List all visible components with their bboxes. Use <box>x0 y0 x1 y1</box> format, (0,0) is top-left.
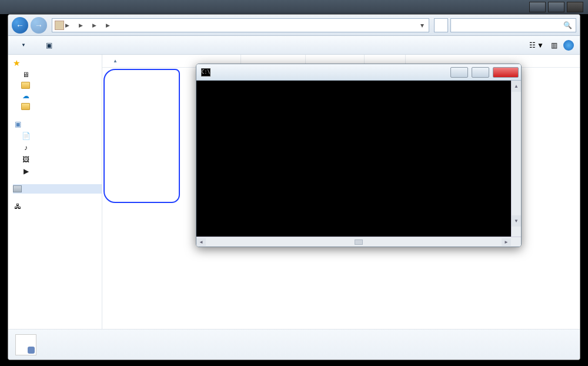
document-icon: 📄 <box>21 131 31 141</box>
file-thumbnail-icon <box>15 334 36 355</box>
address-bar[interactable]: ▶ ▶ ▶ ▶ ▾ <box>52 18 429 32</box>
nav-item-computer[interactable] <box>13 184 102 194</box>
search-icon: 🔍 <box>563 21 572 29</box>
music-icon: ♪ <box>21 143 31 152</box>
outer-close-button[interactable] <box>567 2 583 12</box>
address-dropdown-icon[interactable]: ▾ <box>418 21 426 29</box>
cmd-icon: C:\ <box>201 68 211 76</box>
folder-root-icon <box>55 21 64 30</box>
breadcrumb-computer[interactable] <box>71 25 78 26</box>
nav-forward-button[interactable]: → <box>31 17 47 34</box>
crumb-sep-icon: ▶ <box>92 22 96 28</box>
cmd-minimize-button[interactable] <box>450 67 468 78</box>
breadcrumb-drive[interactable] <box>84 25 91 26</box>
nav-item-videos[interactable]: ▶ <box>13 165 102 177</box>
crumb-sep-icon: ▶ <box>79 22 83 28</box>
organize-menu[interactable]: ▼ <box>14 41 31 49</box>
open-with-button[interactable]: ▣ <box>40 39 61 51</box>
outer-titlebar <box>0 0 588 14</box>
desktop-icon: 🖥 <box>21 70 31 79</box>
command-toolbar: ▼ ▣ ☷▼ ▥ <box>8 36 580 55</box>
cmd-horizontal-scrollbar[interactable] <box>196 237 521 247</box>
nav-item-desktop[interactable]: 🖥 <box>13 69 102 81</box>
outer-minimize-button[interactable] <box>529 2 546 12</box>
pictures-icon: 🖼 <box>21 155 31 164</box>
scrollbar-thumb[interactable] <box>355 239 363 245</box>
preview-pane-button[interactable]: ▥ <box>550 40 559 51</box>
cmd-close-button[interactable] <box>493 67 519 78</box>
nav-item-documents[interactable]: 📄 <box>13 130 102 142</box>
nav-item-network[interactable]: 🖧 <box>13 201 102 212</box>
view-options-button[interactable]: ☷▼ <box>528 40 545 51</box>
cmd-titlebar[interactable]: C:\ <box>196 64 521 81</box>
help-button[interactable] <box>563 40 574 51</box>
nav-item-recent[interactable] <box>13 102 102 111</box>
videos-icon: ▶ <box>21 167 31 176</box>
preview-pane-icon: ▥ <box>551 41 557 49</box>
nav-item-downloads[interactable] <box>13 81 102 90</box>
network-icon: 🖧 <box>13 202 22 211</box>
nav-back-button[interactable]: ← <box>12 17 28 34</box>
cmd-window[interactable]: C:\ <box>196 64 522 247</box>
folder-icon <box>21 103 30 110</box>
computer-icon <box>13 185 22 192</box>
star-icon: ★ <box>13 58 21 68</box>
folder-icon <box>21 82 30 89</box>
desktop-frame: ← → ▶ ▶ ▶ ▶ ▾ 🔍 ▼ ▣ <box>0 0 588 366</box>
outer-maximize-button[interactable] <box>548 2 564 12</box>
navigation-pane: ★ 🖥 ☁ ▣ 📄 ♪ 🖼 ▶ 🖧 <box>8 55 102 329</box>
nav-item-onedrive[interactable]: ☁ <box>13 90 102 102</box>
sort-asc-icon: ▲ <box>113 58 118 64</box>
new-folder-button[interactable] <box>71 44 80 46</box>
nav-favorites-header[interactable]: ★ <box>13 57 102 69</box>
breadcrumb-folder[interactable] <box>98 25 105 26</box>
cmd-output[interactable] <box>196 81 521 237</box>
search-input[interactable]: 🔍 <box>450 18 576 32</box>
view-icon: ☷ <box>529 41 536 49</box>
cmd-vertical-scrollbar[interactable] <box>511 81 521 237</box>
open-with-icon: ▣ <box>45 41 54 50</box>
libraries-icon: ▣ <box>13 119 22 129</box>
nav-bar: ← → ▶ ▶ ▶ ▶ ▾ 🔍 <box>8 15 580 36</box>
nav-libraries-header[interactable]: ▣ <box>13 118 102 130</box>
details-pane <box>8 329 580 360</box>
blue-circle-annotation <box>103 69 180 203</box>
onedrive-icon: ☁ <box>21 91 31 101</box>
nav-item-music[interactable]: ♪ <box>13 142 102 154</box>
cmd-maximize-button[interactable] <box>472 67 489 78</box>
crumb-sep-icon: ▶ <box>65 22 69 28</box>
nav-item-pictures[interactable]: 🖼 <box>13 154 102 165</box>
refresh-button[interactable] <box>434 18 448 32</box>
crumb-sep-icon: ▶ <box>106 22 110 28</box>
